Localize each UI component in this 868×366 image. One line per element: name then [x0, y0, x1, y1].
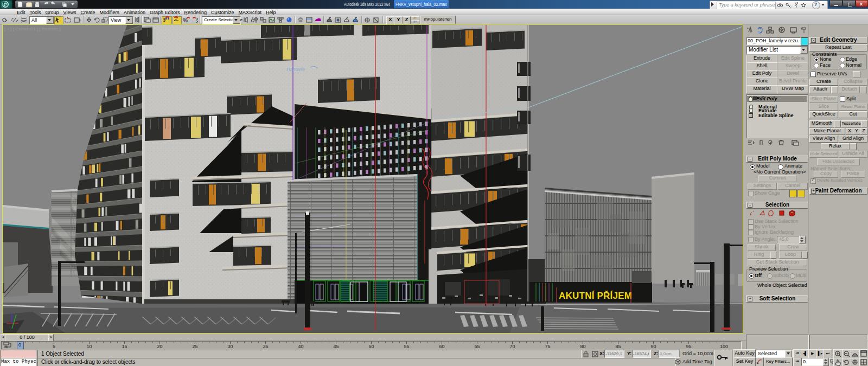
- svg-text:30: 30: [227, 344, 233, 349]
- svg-text:75: 75: [545, 344, 550, 349]
- svg-text:90: 90: [650, 344, 656, 349]
- svg-text:70: 70: [509, 344, 515, 349]
- svg-text:45: 45: [333, 344, 339, 349]
- svg-text:AKUTNÍ PŘÍJEM: AKUTNÍ PŘÍJEM: [559, 291, 632, 301]
- svg-text:60: 60: [439, 344, 444, 349]
- svg-text:Hanovŕe: Hanovŕe: [286, 67, 305, 72]
- svg-text:65: 65: [474, 344, 480, 349]
- svg-text:80: 80: [580, 344, 585, 349]
- svg-text:95: 95: [686, 344, 691, 349]
- svg-text:100: 100: [720, 344, 728, 349]
- svg-text:35: 35: [263, 344, 268, 349]
- svg-text:85: 85: [615, 344, 621, 349]
- svg-text:55: 55: [404, 344, 409, 349]
- svg-text:15: 15: [122, 344, 127, 349]
- svg-text:3: 3: [163, 17, 165, 23]
- svg-text:10: 10: [86, 344, 92, 349]
- svg-text:40: 40: [298, 344, 303, 349]
- svg-text:5: 5: [53, 344, 55, 349]
- svg-text:50: 50: [368, 344, 374, 349]
- svg-text:20: 20: [157, 344, 162, 349]
- svg-text:25: 25: [192, 344, 197, 349]
